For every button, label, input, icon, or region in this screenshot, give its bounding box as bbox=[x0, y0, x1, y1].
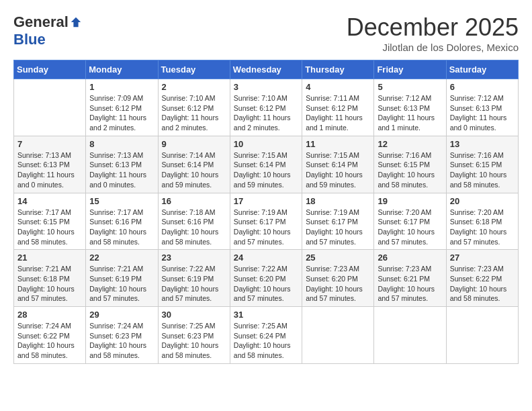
day-info: Sunrise: 7:12 AMSunset: 6:13 PMDaylight:… bbox=[450, 93, 515, 133]
calendar-header-friday: Friday bbox=[374, 60, 446, 79]
day-info: Sunrise: 7:22 AMSunset: 6:20 PMDaylight:… bbox=[234, 264, 298, 304]
location-subtitle: Jilotlan de los Dolores, Mexico bbox=[347, 42, 519, 53]
day-number: 27 bbox=[450, 253, 515, 263]
calendar-cell bbox=[14, 79, 86, 136]
day-info: Sunrise: 7:21 AMSunset: 6:18 PMDaylight:… bbox=[17, 264, 82, 304]
calendar-header-wednesday: Wednesday bbox=[230, 60, 302, 79]
logo-icon bbox=[70, 16, 82, 28]
day-info: Sunrise: 7:19 AMSunset: 6:17 PMDaylight:… bbox=[234, 208, 298, 247]
day-info: Sunrise: 7:24 AMSunset: 6:22 PMDaylight:… bbox=[17, 321, 82, 361]
day-number: 30 bbox=[162, 310, 226, 320]
calendar-header-thursday: Thursday bbox=[302, 60, 374, 79]
day-number: 24 bbox=[234, 253, 298, 263]
calendar-cell: 21Sunrise: 7:21 AMSunset: 6:18 PMDayligh… bbox=[14, 250, 86, 307]
day-number: 29 bbox=[89, 310, 154, 320]
page-header: General Blue December 2025 Jilotlan de l… bbox=[13, 13, 519, 53]
calendar-cell: 8Sunrise: 7:13 AMSunset: 6:13 PMDaylight… bbox=[86, 136, 158, 193]
calendar-cell: 9Sunrise: 7:14 AMSunset: 6:14 PMDaylight… bbox=[158, 136, 230, 193]
day-number: 10 bbox=[234, 139, 298, 149]
day-info: Sunrise: 7:16 AMSunset: 6:15 PMDaylight:… bbox=[450, 150, 515, 190]
day-info: Sunrise: 7:15 AMSunset: 6:14 PMDaylight:… bbox=[234, 150, 298, 190]
calendar-cell bbox=[446, 307, 518, 364]
calendar-cell: 23Sunrise: 7:22 AMSunset: 6:19 PMDayligh… bbox=[158, 250, 230, 307]
calendar-week-row: 28Sunrise: 7:24 AMSunset: 6:22 PMDayligh… bbox=[14, 307, 519, 364]
day-number: 16 bbox=[162, 196, 226, 206]
day-number: 31 bbox=[234, 310, 298, 320]
day-info: Sunrise: 7:13 AMSunset: 6:13 PMDaylight:… bbox=[17, 150, 82, 190]
calendar-week-row: 1Sunrise: 7:09 AMSunset: 6:12 PMDaylight… bbox=[14, 79, 519, 136]
calendar-cell: 29Sunrise: 7:24 AMSunset: 6:23 PMDayligh… bbox=[86, 307, 158, 364]
calendar-cell: 30Sunrise: 7:25 AMSunset: 6:23 PMDayligh… bbox=[158, 307, 230, 364]
calendar-week-row: 21Sunrise: 7:21 AMSunset: 6:18 PMDayligh… bbox=[14, 250, 519, 307]
day-info: Sunrise: 7:10 AMSunset: 6:12 PMDaylight:… bbox=[234, 93, 298, 133]
day-number: 28 bbox=[17, 310, 82, 320]
calendar-header-row: SundayMondayTuesdayWednesdayThursdayFrid… bbox=[14, 60, 519, 79]
calendar-header-tuesday: Tuesday bbox=[158, 60, 230, 79]
day-info: Sunrise: 7:12 AMSunset: 6:13 PMDaylight:… bbox=[378, 93, 442, 133]
day-number: 25 bbox=[306, 253, 370, 263]
day-number: 3 bbox=[234, 82, 298, 92]
svg-marker-0 bbox=[71, 17, 81, 27]
calendar-header-monday: Monday bbox=[86, 60, 158, 79]
calendar-week-row: 7Sunrise: 7:13 AMSunset: 6:13 PMDaylight… bbox=[14, 136, 519, 193]
calendar-cell: 1Sunrise: 7:09 AMSunset: 6:12 PMDaylight… bbox=[86, 79, 158, 136]
day-number: 18 bbox=[306, 196, 370, 206]
calendar-cell bbox=[302, 307, 374, 364]
month-title: December 2025 bbox=[347, 13, 519, 42]
calendar-cell: 26Sunrise: 7:23 AMSunset: 6:21 PMDayligh… bbox=[374, 250, 446, 307]
calendar-header-saturday: Saturday bbox=[446, 60, 518, 79]
day-number: 20 bbox=[450, 196, 515, 206]
calendar-cell: 22Sunrise: 7:21 AMSunset: 6:19 PMDayligh… bbox=[86, 250, 158, 307]
day-number: 14 bbox=[17, 196, 82, 206]
calendar-cell: 17Sunrise: 7:19 AMSunset: 6:17 PMDayligh… bbox=[230, 193, 302, 250]
title-area: December 2025 Jilotlan de los Dolores, M… bbox=[347, 13, 519, 53]
calendar-cell: 27Sunrise: 7:23 AMSunset: 6:22 PMDayligh… bbox=[446, 250, 518, 307]
day-info: Sunrise: 7:24 AMSunset: 6:23 PMDaylight:… bbox=[89, 321, 154, 361]
calendar-cell: 19Sunrise: 7:20 AMSunset: 6:17 PMDayligh… bbox=[374, 193, 446, 250]
day-number: 8 bbox=[89, 139, 154, 149]
calendar-cell: 14Sunrise: 7:17 AMSunset: 6:15 PMDayligh… bbox=[14, 193, 86, 250]
day-info: Sunrise: 7:20 AMSunset: 6:18 PMDaylight:… bbox=[450, 208, 515, 247]
day-number: 11 bbox=[306, 139, 370, 149]
logo-blue-text: Blue bbox=[13, 31, 46, 48]
calendar-cell: 5Sunrise: 7:12 AMSunset: 6:13 PMDaylight… bbox=[374, 79, 446, 136]
day-info: Sunrise: 7:23 AMSunset: 6:20 PMDaylight:… bbox=[306, 264, 370, 304]
day-info: Sunrise: 7:25 AMSunset: 6:23 PMDaylight:… bbox=[162, 321, 226, 361]
day-info: Sunrise: 7:18 AMSunset: 6:16 PMDaylight:… bbox=[162, 208, 226, 247]
calendar-cell: 24Sunrise: 7:22 AMSunset: 6:20 PMDayligh… bbox=[230, 250, 302, 307]
calendar-cell: 12Sunrise: 7:16 AMSunset: 6:15 PMDayligh… bbox=[374, 136, 446, 193]
day-info: Sunrise: 7:21 AMSunset: 6:19 PMDaylight:… bbox=[89, 264, 154, 304]
day-info: Sunrise: 7:14 AMSunset: 6:14 PMDaylight:… bbox=[162, 150, 226, 190]
calendar-cell: 4Sunrise: 7:11 AMSunset: 6:12 PMDaylight… bbox=[302, 79, 374, 136]
day-number: 6 bbox=[450, 82, 515, 92]
day-number: 7 bbox=[17, 139, 82, 149]
day-number: 21 bbox=[17, 253, 82, 263]
day-info: Sunrise: 7:23 AMSunset: 6:22 PMDaylight:… bbox=[450, 264, 515, 304]
calendar-cell: 11Sunrise: 7:15 AMSunset: 6:14 PMDayligh… bbox=[302, 136, 374, 193]
calendar-cell bbox=[374, 307, 446, 364]
day-info: Sunrise: 7:19 AMSunset: 6:17 PMDaylight:… bbox=[306, 208, 370, 247]
calendar-table: SundayMondayTuesdayWednesdayThursdayFrid… bbox=[13, 60, 519, 364]
logo-general-text: General bbox=[13, 13, 69, 31]
calendar-cell: 28Sunrise: 7:24 AMSunset: 6:22 PMDayligh… bbox=[14, 307, 86, 364]
day-info: Sunrise: 7:23 AMSunset: 6:21 PMDaylight:… bbox=[378, 264, 442, 304]
day-info: Sunrise: 7:10 AMSunset: 6:12 PMDaylight:… bbox=[162, 93, 226, 133]
day-number: 1 bbox=[89, 82, 154, 92]
calendar-cell: 15Sunrise: 7:17 AMSunset: 6:16 PMDayligh… bbox=[86, 193, 158, 250]
calendar-cell: 13Sunrise: 7:16 AMSunset: 6:15 PMDayligh… bbox=[446, 136, 518, 193]
day-info: Sunrise: 7:22 AMSunset: 6:19 PMDaylight:… bbox=[162, 264, 226, 304]
day-info: Sunrise: 7:17 AMSunset: 6:15 PMDaylight:… bbox=[17, 208, 82, 247]
day-number: 19 bbox=[378, 196, 442, 206]
day-info: Sunrise: 7:15 AMSunset: 6:14 PMDaylight:… bbox=[306, 150, 370, 190]
day-number: 13 bbox=[450, 139, 515, 149]
day-number: 12 bbox=[378, 139, 442, 149]
calendar-cell: 18Sunrise: 7:19 AMSunset: 6:17 PMDayligh… bbox=[302, 193, 374, 250]
calendar-cell: 10Sunrise: 7:15 AMSunset: 6:14 PMDayligh… bbox=[230, 136, 302, 193]
calendar-cell: 31Sunrise: 7:25 AMSunset: 6:24 PMDayligh… bbox=[230, 307, 302, 364]
day-number: 2 bbox=[162, 82, 226, 92]
calendar-cell: 20Sunrise: 7:20 AMSunset: 6:18 PMDayligh… bbox=[446, 193, 518, 250]
day-info: Sunrise: 7:17 AMSunset: 6:16 PMDaylight:… bbox=[89, 208, 154, 247]
day-number: 15 bbox=[89, 196, 154, 206]
day-info: Sunrise: 7:25 AMSunset: 6:24 PMDaylight:… bbox=[234, 321, 298, 361]
calendar-body: 1Sunrise: 7:09 AMSunset: 6:12 PMDaylight… bbox=[14, 79, 519, 364]
